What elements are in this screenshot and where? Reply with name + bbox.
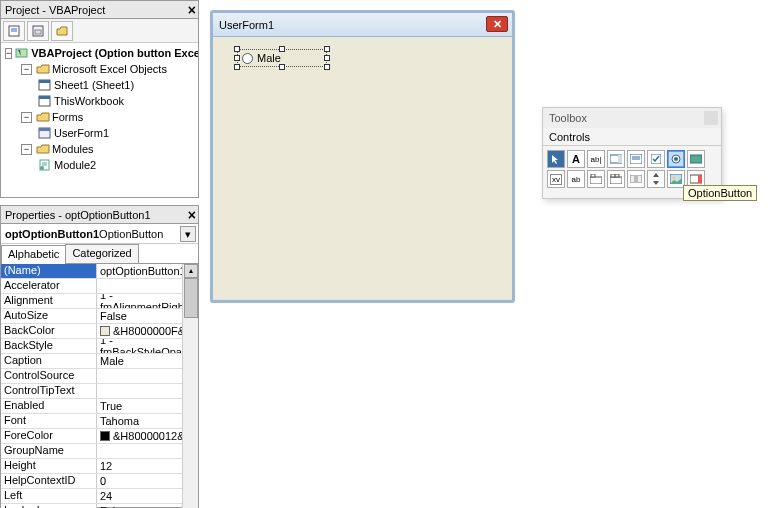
multipage-tool[interactable]: [607, 170, 625, 188]
frame-tool[interactable]: xv: [547, 170, 565, 188]
scrollbar-tool[interactable]: [627, 170, 645, 188]
resize-handle[interactable]: [324, 55, 330, 61]
close-icon[interactable]: [704, 111, 718, 125]
property-name: ControlTipText: [1, 384, 97, 398]
resize-handle[interactable]: [234, 64, 240, 70]
svg-point-15: [40, 166, 44, 170]
tree-group-modules[interactable]: − Modules: [1, 141, 198, 157]
resize-handle[interactable]: [324, 64, 330, 70]
property-row[interactable]: Left24: [1, 489, 198, 504]
toolbox-tab-controls[interactable]: Controls: [543, 128, 721, 146]
svg-point-23: [674, 157, 678, 161]
property-row[interactable]: EnabledTrue: [1, 399, 198, 414]
textbox-tool[interactable]: ab|: [587, 150, 605, 168]
project-tree[interactable]: − VBAProject (Option button Excel VBA − …: [1, 43, 198, 195]
resize-handle[interactable]: [279, 64, 285, 70]
expand-icon[interactable]: −: [21, 144, 32, 155]
property-value-text: &H80000012&: [113, 430, 185, 442]
commandbutton-tool[interactable]: ab: [567, 170, 585, 188]
scroll-thumb[interactable]: [184, 278, 198, 318]
combobox-tool[interactable]: [607, 150, 625, 168]
resize-handle[interactable]: [234, 46, 240, 52]
togglebutton-tool[interactable]: [687, 150, 705, 168]
property-row[interactable]: Accelerator: [1, 279, 198, 294]
property-name: BackColor: [1, 324, 97, 338]
resize-handle[interactable]: [234, 55, 240, 61]
tree-root[interactable]: − VBAProject (Option button Excel VBA: [1, 45, 198, 61]
tree-label: Module2: [54, 159, 96, 171]
property-name: ForeColor: [1, 429, 97, 443]
folder-icon: [35, 142, 50, 156]
property-value-text: 0: [100, 475, 106, 487]
properties-title-text: Properties - optOptionButton1: [5, 209, 151, 221]
property-row[interactable]: Height12: [1, 459, 198, 474]
object-selector[interactable]: optOptionButton1 OptionButton ▾: [1, 224, 198, 244]
radio-icon: [242, 53, 253, 64]
tree-label: VBAProject (Option button Excel VBA: [31, 47, 198, 59]
option-button-control[interactable]: Male: [237, 49, 327, 67]
object-type: OptionButton: [99, 228, 163, 240]
tree-label: Microsoft Excel Objects: [52, 63, 167, 75]
properties-panel: Properties - optOptionButton1 × optOptio…: [0, 205, 199, 508]
property-row[interactable]: LockedFalse: [1, 504, 198, 508]
dropdown-icon[interactable]: ▾: [180, 226, 196, 242]
project-title-bar: Project - VBAProject ×: [1, 1, 198, 19]
properties-grid[interactable]: (Name)optOptionButton1AcceleratorAlignme…: [1, 264, 198, 508]
expand-icon[interactable]: −: [21, 112, 32, 123]
optionbutton-tool[interactable]: [667, 150, 685, 168]
close-icon[interactable]: ✕: [486, 16, 508, 32]
close-icon[interactable]: ×: [188, 1, 196, 19]
tree-label: Modules: [52, 143, 94, 155]
userform-title-bar[interactable]: UserForm1 ✕: [213, 13, 512, 37]
folder-toggle-button[interactable]: [51, 21, 73, 41]
tree-label: ThisWorkbook: [54, 95, 124, 107]
folder-icon: [35, 110, 50, 124]
close-icon[interactable]: ×: [188, 206, 196, 224]
tab-categorized[interactable]: Categorized: [65, 244, 138, 263]
view-object-button[interactable]: [27, 21, 49, 41]
pointer-tool[interactable]: [547, 150, 565, 168]
design-surface[interactable]: Male: [213, 37, 512, 299]
tree-item-sheet1[interactable]: Sheet1 (Sheet1): [1, 77, 198, 93]
checkbox-tool[interactable]: [647, 150, 665, 168]
property-row[interactable]: BackStyle1 - fmBackStyleOpaque: [1, 339, 198, 354]
expand-icon[interactable]: −: [21, 64, 32, 75]
tabstrip-tool[interactable]: [587, 170, 605, 188]
tree-item-module2[interactable]: Module2: [1, 157, 198, 173]
tree-group-excel-objects[interactable]: − Microsoft Excel Objects: [1, 61, 198, 77]
property-row[interactable]: CaptionMale: [1, 354, 198, 369]
property-row[interactable]: (Name)optOptionButton1: [1, 264, 198, 279]
property-row[interactable]: GroupName: [1, 444, 198, 459]
svg-rect-31: [634, 175, 638, 183]
toolbox-title-bar[interactable]: Toolbox: [543, 108, 721, 128]
resize-handle[interactable]: [279, 46, 285, 52]
scroll-up-icon[interactable]: ▴: [184, 264, 198, 278]
svg-rect-9: [39, 96, 50, 99]
property-row[interactable]: FontTahoma: [1, 414, 198, 429]
property-row[interactable]: AutoSizeFalse: [1, 309, 198, 324]
color-swatch: [100, 326, 110, 336]
property-row[interactable]: ControlSource: [1, 369, 198, 384]
property-row[interactable]: Alignment1 - fmAlignmentRight: [1, 294, 198, 309]
listbox-tool[interactable]: [627, 150, 645, 168]
property-row[interactable]: ForeColor&H80000012&: [1, 429, 198, 444]
svg-rect-26: [591, 174, 595, 177]
spinbutton-tool[interactable]: [647, 170, 665, 188]
property-name: Alignment: [1, 294, 97, 308]
property-name: HelpContextID: [1, 474, 97, 488]
userform-designer[interactable]: UserForm1 ✕ Male: [210, 10, 515, 303]
tree-item-workbook[interactable]: ThisWorkbook: [1, 93, 198, 109]
property-value-text: 12: [100, 460, 112, 472]
view-code-button[interactable]: [3, 21, 25, 41]
tree-group-forms[interactable]: − Forms: [1, 109, 198, 125]
tab-alphabetic[interactable]: Alphabetic: [1, 245, 66, 264]
expand-icon[interactable]: −: [5, 48, 12, 59]
property-row[interactable]: BackColor&H8000000F&: [1, 324, 198, 339]
property-row[interactable]: ControlTipText: [1, 384, 198, 399]
workbook-icon: [37, 94, 52, 108]
property-row[interactable]: HelpContextID0: [1, 474, 198, 489]
label-tool[interactable]: A: [567, 150, 585, 168]
resize-handle[interactable]: [324, 46, 330, 52]
scrollbar[interactable]: ▴: [182, 264, 198, 508]
tree-item-userform1[interactable]: UserForm1: [1, 125, 198, 141]
